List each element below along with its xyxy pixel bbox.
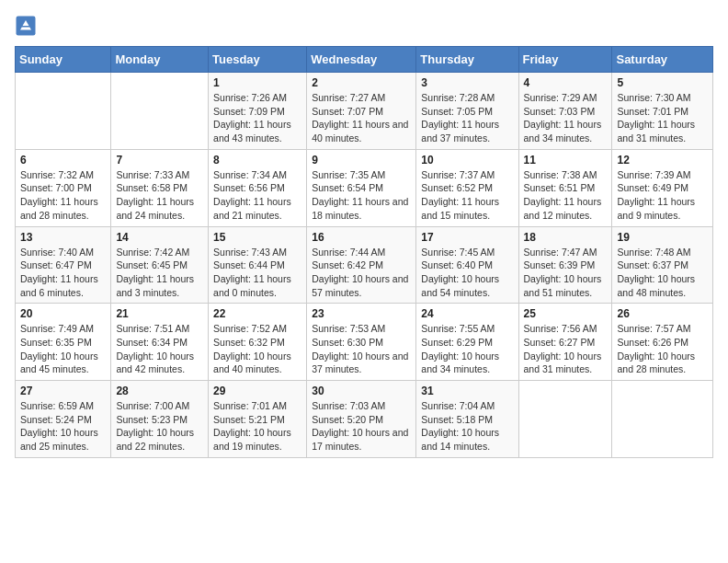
calendar-cell: 28Sunrise: 7:00 AM Sunset: 5:23 PM Dayli… (111, 381, 209, 458)
day-number: 30 (312, 385, 411, 397)
day-info: Sunrise: 7:49 AM Sunset: 6:35 PM Dayligh… (20, 322, 106, 376)
day-number: 19 (617, 231, 708, 244)
calendar-cell: 1Sunrise: 7:26 AM Sunset: 7:09 PM Daylig… (209, 73, 307, 150)
day-info: Sunrise: 7:42 AM Sunset: 6:45 PM Dayligh… (116, 246, 203, 300)
calendar-cell: 15Sunrise: 7:43 AM Sunset: 6:44 PM Dayli… (209, 226, 307, 304)
day-number: 16 (312, 231, 411, 244)
calendar-cell (612, 381, 713, 458)
day-info: Sunrise: 7:45 AM Sunset: 6:40 PM Dayligh… (421, 246, 513, 300)
day-number: 11 (524, 154, 608, 167)
day-number: 8 (213, 154, 301, 167)
calendar-cell: 24Sunrise: 7:55 AM Sunset: 6:29 PM Dayli… (416, 304, 518, 381)
day-number: 4 (524, 76, 608, 89)
day-number: 25 (524, 307, 608, 320)
day-number: 14 (116, 231, 203, 244)
calendar-cell: 10Sunrise: 7:37 AM Sunset: 6:52 PM Dayli… (416, 149, 518, 226)
day-number: 13 (20, 231, 106, 244)
day-number: 28 (116, 385, 203, 397)
logo (15, 15, 40, 37)
day-info: Sunrise: 7:47 AM Sunset: 6:39 PM Dayligh… (524, 246, 608, 300)
day-number: 27 (20, 385, 106, 397)
day-info: Sunrise: 7:03 AM Sunset: 5:20 PM Dayligh… (312, 399, 411, 454)
header-cell-monday: Monday (111, 47, 209, 73)
day-number: 2 (312, 76, 411, 89)
day-number: 26 (617, 307, 708, 320)
day-number: 20 (20, 307, 106, 320)
calendar-week-row: 27Sunrise: 6:59 AM Sunset: 5:24 PM Dayli… (16, 381, 713, 458)
calendar-table: SundayMondayTuesdayWednesdayThursdayFrid… (15, 46, 713, 458)
day-info: Sunrise: 7:44 AM Sunset: 6:42 PM Dayligh… (312, 246, 411, 300)
header-cell-thursday: Thursday (416, 47, 518, 73)
calendar-cell: 5Sunrise: 7:30 AM Sunset: 7:01 PM Daylig… (612, 73, 713, 150)
calendar-cell (111, 73, 209, 150)
header-cell-sunday: Sunday (16, 47, 111, 73)
calendar-cell: 13Sunrise: 7:40 AM Sunset: 6:47 PM Dayli… (16, 226, 111, 304)
day-info: Sunrise: 7:37 AM Sunset: 6:52 PM Dayligh… (421, 168, 513, 223)
day-info: Sunrise: 7:01 AM Sunset: 5:21 PM Dayligh… (213, 399, 301, 454)
calendar-header: SundayMondayTuesdayWednesdayThursdayFrid… (16, 47, 713, 73)
calendar-cell: 14Sunrise: 7:42 AM Sunset: 6:45 PM Dayli… (111, 226, 209, 304)
calendar-cell: 17Sunrise: 7:45 AM Sunset: 6:40 PM Dayli… (416, 226, 518, 304)
day-number: 29 (213, 385, 301, 397)
day-number: 18 (524, 231, 608, 244)
day-info: Sunrise: 7:34 AM Sunset: 6:56 PM Dayligh… (213, 168, 301, 223)
day-number: 22 (213, 307, 301, 320)
calendar-cell: 16Sunrise: 7:44 AM Sunset: 6:42 PM Dayli… (307, 226, 416, 304)
day-info: Sunrise: 7:56 AM Sunset: 6:27 PM Dayligh… (524, 322, 608, 376)
svg-rect-2 (22, 26, 30, 28)
day-number: 6 (20, 154, 106, 167)
calendar-cell: 18Sunrise: 7:47 AM Sunset: 6:39 PM Dayli… (518, 226, 612, 304)
header-cell-saturday: Saturday (612, 47, 713, 73)
day-number: 12 (617, 154, 708, 167)
calendar-cell (16, 73, 111, 150)
calendar-cell: 27Sunrise: 6:59 AM Sunset: 5:24 PM Dayli… (16, 381, 111, 458)
day-info: Sunrise: 7:57 AM Sunset: 6:26 PM Dayligh… (617, 322, 708, 376)
day-info: Sunrise: 7:55 AM Sunset: 6:29 PM Dayligh… (421, 322, 513, 376)
day-info: Sunrise: 7:32 AM Sunset: 7:00 PM Dayligh… (20, 168, 106, 223)
day-info: Sunrise: 7:26 AM Sunset: 7:09 PM Dayligh… (213, 91, 301, 145)
logo-icon (15, 15, 37, 37)
calendar-cell (518, 381, 612, 458)
day-info: Sunrise: 7:51 AM Sunset: 6:34 PM Dayligh… (116, 322, 203, 376)
calendar-cell: 25Sunrise: 7:56 AM Sunset: 6:27 PM Dayli… (518, 304, 612, 381)
calendar-cell: 31Sunrise: 7:04 AM Sunset: 5:18 PM Dayli… (416, 381, 518, 458)
calendar-cell: 19Sunrise: 7:48 AM Sunset: 6:37 PM Dayli… (612, 226, 713, 304)
day-info: Sunrise: 6:59 AM Sunset: 5:24 PM Dayligh… (20, 399, 106, 454)
calendar-cell: 30Sunrise: 7:03 AM Sunset: 5:20 PM Dayli… (307, 381, 416, 458)
calendar-cell: 2Sunrise: 7:27 AM Sunset: 7:07 PM Daylig… (307, 73, 416, 150)
day-number: 9 (312, 154, 411, 167)
day-info: Sunrise: 7:29 AM Sunset: 7:03 PM Dayligh… (524, 91, 608, 145)
calendar-cell: 8Sunrise: 7:34 AM Sunset: 6:56 PM Daylig… (209, 149, 307, 226)
day-number: 21 (116, 307, 203, 320)
day-info: Sunrise: 7:28 AM Sunset: 7:05 PM Dayligh… (421, 91, 513, 145)
day-info: Sunrise: 7:30 AM Sunset: 7:01 PM Dayligh… (617, 91, 708, 145)
calendar-cell: 23Sunrise: 7:53 AM Sunset: 6:30 PM Dayli… (307, 304, 416, 381)
calendar-cell: 12Sunrise: 7:39 AM Sunset: 6:49 PM Dayli… (612, 149, 713, 226)
calendar-cell: 29Sunrise: 7:01 AM Sunset: 5:21 PM Dayli… (209, 381, 307, 458)
calendar-week-row: 20Sunrise: 7:49 AM Sunset: 6:35 PM Dayli… (16, 304, 713, 381)
day-number: 10 (421, 154, 513, 167)
calendar-cell: 6Sunrise: 7:32 AM Sunset: 7:00 PM Daylig… (16, 149, 111, 226)
calendar-cell: 22Sunrise: 7:52 AM Sunset: 6:32 PM Dayli… (209, 304, 307, 381)
header-cell-tuesday: Tuesday (209, 47, 307, 73)
day-number: 3 (421, 76, 513, 89)
day-info: Sunrise: 7:04 AM Sunset: 5:18 PM Dayligh… (421, 399, 513, 454)
day-info: Sunrise: 7:33 AM Sunset: 6:58 PM Dayligh… (116, 168, 203, 223)
calendar-cell: 26Sunrise: 7:57 AM Sunset: 6:26 PM Dayli… (612, 304, 713, 381)
day-info: Sunrise: 7:53 AM Sunset: 6:30 PM Dayligh… (312, 322, 411, 376)
calendar-cell: 9Sunrise: 7:35 AM Sunset: 6:54 PM Daylig… (307, 149, 416, 226)
day-info: Sunrise: 7:40 AM Sunset: 6:47 PM Dayligh… (20, 246, 106, 300)
day-number: 5 (617, 76, 708, 89)
calendar-cell: 11Sunrise: 7:38 AM Sunset: 6:51 PM Dayli… (518, 149, 612, 226)
day-info: Sunrise: 7:27 AM Sunset: 7:07 PM Dayligh… (312, 91, 411, 145)
day-number: 17 (421, 231, 513, 244)
day-info: Sunrise: 7:43 AM Sunset: 6:44 PM Dayligh… (213, 246, 301, 300)
day-number: 7 (116, 154, 203, 167)
day-info: Sunrise: 7:39 AM Sunset: 6:49 PM Dayligh… (617, 168, 708, 223)
day-info: Sunrise: 7:35 AM Sunset: 6:54 PM Dayligh… (312, 168, 411, 223)
calendar-week-row: 6Sunrise: 7:32 AM Sunset: 7:00 PM Daylig… (16, 149, 713, 226)
calendar-cell: 7Sunrise: 7:33 AM Sunset: 6:58 PM Daylig… (111, 149, 209, 226)
day-info: Sunrise: 7:00 AM Sunset: 5:23 PM Dayligh… (116, 399, 203, 454)
calendar-header-row: SundayMondayTuesdayWednesdayThursdayFrid… (16, 47, 713, 73)
calendar-body: 1Sunrise: 7:26 AM Sunset: 7:09 PM Daylig… (16, 73, 713, 458)
